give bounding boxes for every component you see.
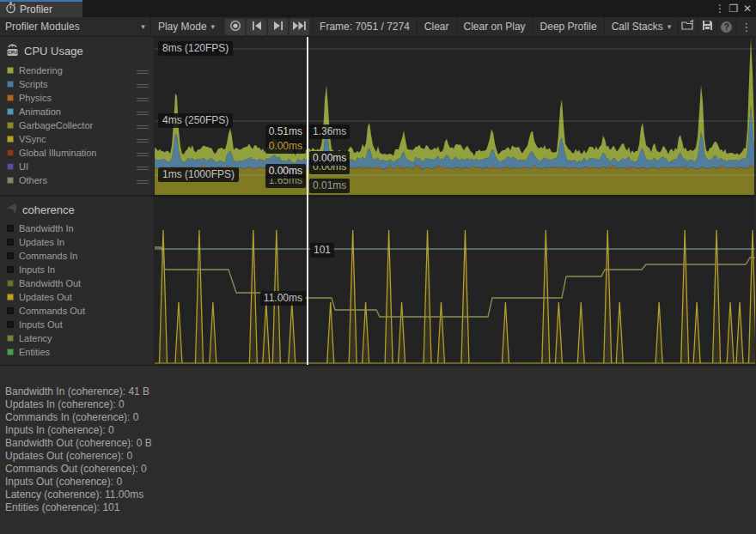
legend-label: Global Illumination (19, 148, 97, 158)
frame-counter: Frame: 7051 / 7274 (313, 17, 418, 36)
drag-handle-icon[interactable] (137, 82, 149, 89)
chart-value-label: 0.00ms (265, 164, 306, 179)
maximize-icon[interactable]: ❐ (727, 2, 741, 15)
cpu-chip-icon: CPU (5, 42, 20, 60)
legend-item-inputs-in[interactable]: Inputs In (0, 263, 154, 276)
context-menu-button[interactable]: ⋮ (737, 17, 756, 36)
legend-label: Updates Out (19, 292, 72, 302)
prev-frame-icon (252, 21, 262, 33)
stat-line: Updates Out (coherence): 0 (5, 450, 756, 463)
window-menu-icon[interactable]: ⋮ (713, 2, 727, 15)
legend-item-commands-in[interactable]: Commands In (0, 249, 154, 263)
selected-frame-line[interactable] (307, 37, 308, 365)
series-color-chip (7, 225, 14, 232)
folder-open-icon (681, 20, 695, 33)
series-color-chip (7, 252, 14, 259)
drag-handle-icon[interactable] (137, 165, 149, 172)
coherence-logo-icon (5, 202, 18, 218)
profiler-window: Profiler ⋮ ❐ ✕ Profiler Modules ▾ Play M… (0, 0, 756, 534)
chevron-down-icon: ▾ (668, 22, 672, 31)
chevron-down-icon: ▾ (211, 22, 216, 31)
title-bar: Profiler ⋮ ❐ ✕ (0, 0, 756, 17)
stat-line: Entities (coherence): 101 (5, 501, 756, 514)
legend-item-global-illumination[interactable]: Global Illumination (0, 146, 154, 160)
drag-handle-icon[interactable] (137, 124, 149, 130)
legend-item-latency[interactable]: Latency (0, 331, 154, 345)
series-color-chip (7, 239, 14, 246)
coherence-header[interactable]: coherence (0, 197, 154, 221)
stat-line: Inputs Out (coherence): 0 (5, 476, 756, 488)
legend-item-vsync[interactable]: VSync (0, 132, 154, 146)
module-sidebar: CPU CPU Usage Rendering Scripts Physics … (0, 37, 155, 365)
call-stacks-label: Call Stacks (612, 21, 663, 33)
deep-profile-button[interactable]: Deep Profile (533, 17, 605, 36)
legend-label: Scripts (19, 79, 48, 89)
drag-handle-icon[interactable] (137, 96, 149, 103)
legend-item-animation[interactable]: Animation (0, 105, 154, 118)
profiler-modules-dropdown[interactable]: Profiler Modules ▾ (0, 17, 151, 36)
module-title: coherence (22, 203, 75, 216)
coherence-chart[interactable]: 10111.00ms (155, 197, 755, 365)
series-color-chip (7, 94, 14, 101)
help-button[interactable]: ? (717, 17, 736, 36)
clear-on-play-button[interactable]: Clear on Play (457, 17, 533, 36)
legend-item-bandwidth-out[interactable]: Bandwidth Out (0, 276, 154, 290)
play-mode-label: Play Mode (158, 21, 207, 33)
stat-line: Commands Out (coherence): 0 (5, 463, 756, 476)
cpu-usage-header[interactable]: CPU CPU Usage (0, 37, 154, 64)
save-icon (702, 20, 713, 33)
drag-handle-icon[interactable] (137, 179, 149, 185)
transport-controls (223, 17, 313, 36)
drag-handle-icon[interactable] (137, 137, 149, 144)
legend-label: Rendering (19, 65, 63, 76)
legend-item-ui[interactable]: UI (0, 160, 154, 173)
legend-item-updates-in[interactable]: Updates In (0, 235, 154, 249)
prev-frame-button[interactable] (247, 19, 266, 35)
record-button[interactable] (225, 19, 245, 35)
profiler-stopwatch-icon (5, 2, 16, 17)
chart-value-label: 11.00ms (260, 291, 306, 306)
legend-item-bandwidth-in[interactable]: Bandwidth In (0, 221, 154, 235)
close-icon[interactable]: ✕ (741, 2, 754, 15)
legend-item-scripts[interactable]: Scripts (0, 77, 154, 91)
legend-item-rendering[interactable]: Rendering (0, 64, 154, 77)
legend-item-entities[interactable]: Entities (0, 345, 154, 359)
save-profile-button[interactable] (698, 17, 717, 36)
series-color-chip (7, 67, 14, 74)
chart-value-label: 0.51ms (265, 124, 306, 139)
series-color-chip (7, 177, 14, 184)
next-frame-button[interactable] (268, 19, 288, 35)
drag-handle-icon[interactable] (137, 151, 149, 158)
drag-handle-icon[interactable] (137, 69, 149, 76)
legend-label: Inputs Out (19, 319, 63, 330)
last-frame-icon (293, 21, 306, 33)
tab-profiler[interactable]: Profiler (0, 0, 82, 17)
legend-item-physics[interactable]: Physics (0, 91, 154, 105)
call-stacks-button[interactable]: Call Stacks ▾ (605, 17, 680, 36)
cpu-usage-chart[interactable]: 8ms (120FPS)4ms (250FPS)1ms (1000FPS)1.6… (155, 37, 755, 195)
legend-item-garbagecollector[interactable]: GarbageCollector (0, 118, 154, 132)
load-profile-button[interactable] (679, 17, 698, 36)
legend-label: Updates In (19, 237, 64, 247)
legend-label: Entities (19, 347, 50, 357)
chart-value-label: 0.00ms (265, 139, 306, 154)
stat-line: Updates In (coherence): 0 (5, 398, 756, 411)
legend-label: UI (19, 161, 28, 172)
legend-label: Others (19, 175, 47, 185)
module-title: CPU Usage (24, 45, 83, 58)
series-color-chip (7, 149, 14, 156)
chart-value-label: 0.00ms (309, 151, 350, 166)
clear-button[interactable]: Clear (418, 17, 457, 36)
legend-item-others[interactable]: Others (0, 173, 154, 187)
legend-item-inputs-out[interactable]: Inputs Out (0, 318, 154, 331)
legend-label: Latency (19, 333, 52, 343)
profiler-toolbar: Profiler Modules ▾ Play Mode ▾ Frame: 70… (0, 17, 756, 37)
drag-handle-icon[interactable] (137, 110, 149, 117)
legend-label: Bandwidth In (19, 223, 74, 234)
legend-item-commands-out[interactable]: Commands Out (0, 304, 154, 318)
last-frame-button[interactable] (290, 19, 309, 35)
chevron-down-icon: ▾ (141, 22, 145, 31)
play-mode-dropdown[interactable]: Play Mode ▾ (151, 17, 223, 36)
legend-label: Animation (19, 106, 61, 117)
legend-item-updates-out[interactable]: Updates Out (0, 290, 154, 304)
